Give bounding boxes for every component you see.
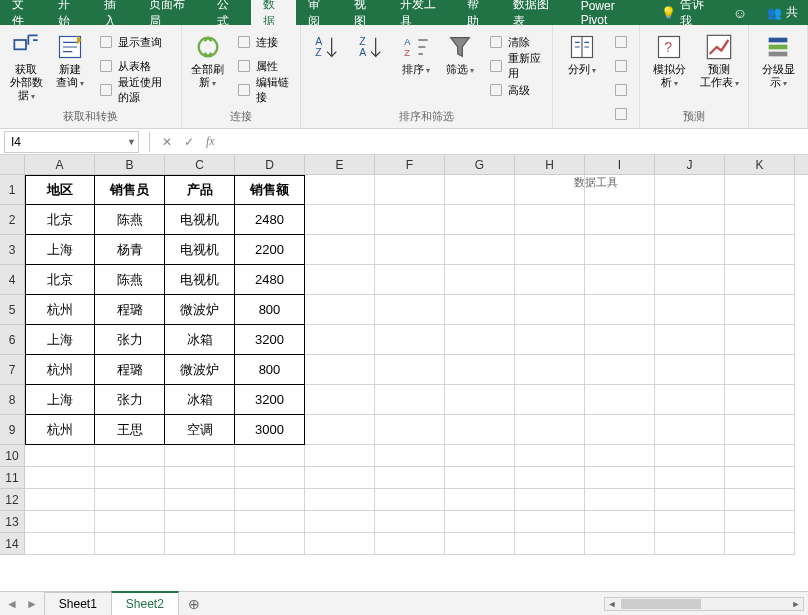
cell-F2[interactable]	[375, 205, 445, 235]
cell-J5[interactable]	[655, 295, 725, 325]
cell-I4[interactable]	[585, 265, 655, 295]
cell-G13[interactable]	[445, 511, 515, 533]
cell-F1[interactable]	[375, 175, 445, 205]
cell-C5[interactable]: 微波炉	[165, 295, 235, 325]
sheet-tab-Sheet1[interactable]: Sheet1	[44, 592, 112, 615]
cell-D10[interactable]	[235, 445, 305, 467]
cell-C7[interactable]: 微波炉	[165, 355, 235, 385]
cell-I9[interactable]	[585, 415, 655, 445]
formula-input[interactable]	[221, 131, 808, 153]
cell-E11[interactable]	[305, 467, 375, 489]
properties-button[interactable]: 属性	[232, 55, 294, 77]
cancel-formula-button[interactable]: ✕	[156, 135, 178, 149]
cell-J14[interactable]	[655, 533, 725, 555]
cell-G6[interactable]	[445, 325, 515, 355]
external-data-button[interactable]: 获取外部数据	[6, 31, 46, 105]
cell-A4[interactable]: 北京	[25, 265, 95, 295]
grid-body[interactable]: 1地区销售员产品销售额2北京陈燕电视机24803上海杨青电视机22004北京陈燕…	[0, 175, 808, 591]
data-valid-button[interactable]	[609, 79, 633, 101]
cell-K13[interactable]	[725, 511, 795, 533]
select-all-corner[interactable]	[0, 155, 25, 174]
cell-A10[interactable]	[25, 445, 95, 467]
forecast-button[interactable]: 预测工作表	[696, 31, 742, 92]
enter-formula-button[interactable]: ✓	[178, 135, 200, 149]
cell-B12[interactable]	[95, 489, 165, 511]
cell-I3[interactable]	[585, 235, 655, 265]
cell-B14[interactable]	[95, 533, 165, 555]
column-header-E[interactable]: E	[305, 155, 375, 174]
cell-H3[interactable]	[515, 235, 585, 265]
menu-item-开发工具[interactable]: 开发工具	[388, 0, 456, 25]
cell-B11[interactable]	[95, 467, 165, 489]
cell-A11[interactable]	[25, 467, 95, 489]
cell-D5[interactable]: 800	[235, 295, 305, 325]
menu-item-数据[interactable]: 数据	[251, 0, 297, 25]
cell-G10[interactable]	[445, 445, 515, 467]
cell-B6[interactable]: 张力	[95, 325, 165, 355]
cell-G7[interactable]	[445, 355, 515, 385]
row-header-4[interactable]: 4	[0, 265, 25, 295]
cell-F8[interactable]	[375, 385, 445, 415]
refresh-all-button[interactable]: 全部刷新	[188, 31, 228, 92]
cell-D12[interactable]	[235, 489, 305, 511]
cell-G1[interactable]	[445, 175, 515, 205]
cell-I11[interactable]	[585, 467, 655, 489]
cell-K10[interactable]	[725, 445, 795, 467]
cell-J9[interactable]	[655, 415, 725, 445]
sheet-next-icon[interactable]: ►	[26, 597, 38, 611]
cell-D11[interactable]	[235, 467, 305, 489]
cell-F10[interactable]	[375, 445, 445, 467]
cell-J7[interactable]	[655, 355, 725, 385]
menu-item-页面布局[interactable]: 页面布局	[137, 0, 205, 25]
cell-I2[interactable]	[585, 205, 655, 235]
cell-K1[interactable]	[725, 175, 795, 205]
cell-G8[interactable]	[445, 385, 515, 415]
cell-C10[interactable]	[165, 445, 235, 467]
sheet-nav[interactable]: ◄ ►	[0, 597, 44, 611]
cell-E9[interactable]	[305, 415, 375, 445]
clear-button[interactable]: 清除	[484, 31, 546, 53]
menu-item-视图[interactable]: 视图	[342, 0, 388, 25]
cell-H1[interactable]	[515, 175, 585, 205]
whatif-button[interactable]: ?模拟分析	[646, 31, 692, 92]
cell-K4[interactable]	[725, 265, 795, 295]
cell-J8[interactable]	[655, 385, 725, 415]
sort-za-button[interactable]: ZA	[351, 31, 391, 63]
cell-D1[interactable]: 销售额	[235, 175, 305, 205]
sort-az-button[interactable]: AZ	[307, 31, 347, 63]
cell-J13[interactable]	[655, 511, 725, 533]
menu-item-开始[interactable]: 开始	[46, 0, 92, 25]
cell-K6[interactable]	[725, 325, 795, 355]
share-button[interactable]: 👥 共	[757, 4, 808, 21]
outline-button[interactable]: 分级显示	[755, 31, 801, 92]
cell-J2[interactable]	[655, 205, 725, 235]
cell-J3[interactable]	[655, 235, 725, 265]
cell-A1[interactable]: 地区	[25, 175, 95, 205]
chevron-down-icon[interactable]: ▼	[127, 137, 136, 147]
cell-J6[interactable]	[655, 325, 725, 355]
name-box[interactable]: I4 ▼	[4, 131, 139, 153]
column-header-J[interactable]: J	[655, 155, 725, 174]
menu-item-Power Pivot[interactable]: Power Pivot	[569, 0, 651, 25]
fx-button[interactable]: fx	[200, 134, 221, 149]
cell-J12[interactable]	[655, 489, 725, 511]
cell-I1[interactable]	[585, 175, 655, 205]
cell-K5[interactable]	[725, 295, 795, 325]
cell-E8[interactable]	[305, 385, 375, 415]
cell-C4[interactable]: 电视机	[165, 265, 235, 295]
cell-G4[interactable]	[445, 265, 515, 295]
scroll-left-icon[interactable]: ◄	[605, 598, 619, 610]
cell-E14[interactable]	[305, 533, 375, 555]
cell-C14[interactable]	[165, 533, 235, 555]
row-header-9[interactable]: 9	[0, 415, 25, 445]
cell-E4[interactable]	[305, 265, 375, 295]
cell-D9[interactable]: 3000	[235, 415, 305, 445]
cell-J10[interactable]	[655, 445, 725, 467]
row-header-5[interactable]: 5	[0, 295, 25, 325]
cell-D6[interactable]: 3200	[235, 325, 305, 355]
cell-H13[interactable]	[515, 511, 585, 533]
column-header-C[interactable]: C	[165, 155, 235, 174]
row-header-10[interactable]: 10	[0, 445, 25, 467]
cell-B9[interactable]: 王思	[95, 415, 165, 445]
menu-item-审阅[interactable]: 审阅	[296, 0, 342, 25]
